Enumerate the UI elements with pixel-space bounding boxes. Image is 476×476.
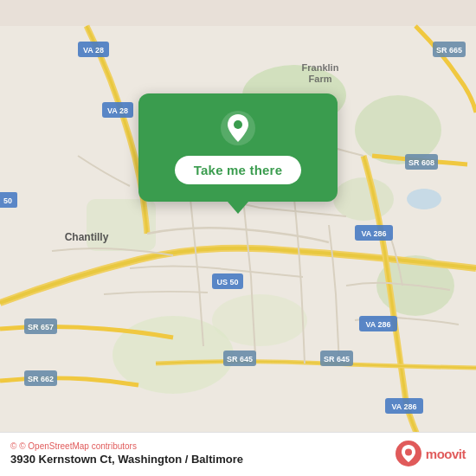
svg-text:SR 645: SR 645 xyxy=(227,355,253,363)
svg-text:50: 50 xyxy=(3,196,12,205)
svg-text:VA 28: VA 28 xyxy=(107,106,128,115)
svg-text:SR 662: SR 662 xyxy=(28,375,54,383)
osm-attribution: © © OpenStreetMap contributors xyxy=(10,441,243,451)
svg-point-5 xyxy=(333,177,394,221)
svg-text:VA 28: VA 28 xyxy=(83,46,104,55)
svg-text:SR 608: SR 608 xyxy=(408,158,434,167)
osm-credit-text: © OpenStreetMap contributors xyxy=(19,441,137,451)
copyright-symbol: © xyxy=(10,441,16,451)
svg-text:VA 286: VA 286 xyxy=(365,320,390,329)
svg-text:Farm: Farm xyxy=(309,74,332,84)
moovit-logo: moovit xyxy=(395,440,466,467)
svg-point-8 xyxy=(407,189,441,209)
svg-text:Chantilly: Chantilly xyxy=(65,231,109,243)
moovit-brand-text: moovit xyxy=(426,447,466,461)
svg-point-41 xyxy=(405,449,412,456)
popup-card: Take me there xyxy=(138,93,338,202)
svg-text:SR 657: SR 657 xyxy=(28,323,54,331)
svg-text:VA 286: VA 286 xyxy=(391,402,416,411)
moovit-logo-icon xyxy=(395,440,422,467)
svg-text:US 50: US 50 xyxy=(216,278,238,286)
location-pin-icon xyxy=(219,109,257,147)
bottom-bar: © © OpenStreetMap contributors 3930 Kern… xyxy=(0,432,476,476)
map-svg: VA 28 VA 28 US 50 VA 286 VA 286 VA 286 S… xyxy=(0,0,476,476)
svg-text:Franklin: Franklin xyxy=(302,62,339,73)
svg-text:VA 286: VA 286 xyxy=(361,229,386,238)
take-me-there-button[interactable]: Take me there xyxy=(175,156,301,184)
address-label: 3930 Kernstown Ct, Washington / Baltimor… xyxy=(10,453,243,466)
svg-text:SR 665: SR 665 xyxy=(436,46,462,55)
bottom-info: © © OpenStreetMap contributors 3930 Kern… xyxy=(10,441,243,466)
svg-point-39 xyxy=(234,120,242,129)
svg-text:SR 645: SR 645 xyxy=(324,355,350,363)
svg-point-7 xyxy=(212,294,307,346)
map-container: VA 28 VA 28 US 50 VA 286 VA 286 VA 286 S… xyxy=(0,0,476,476)
